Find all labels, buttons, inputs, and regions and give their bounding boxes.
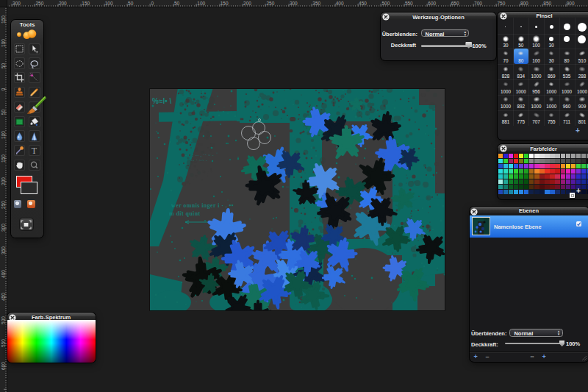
svg-text:- ~ : -- , ·· ~ -: - ~ : -- , ·· ~ - [185, 153, 214, 157]
svg-text:wer omnis inger i · . ••: wer omnis inger i · . •• [171, 202, 234, 209]
svg-text:%≈l• \: %≈l• \ [152, 97, 171, 105]
svg-text:T: T [32, 146, 37, 156]
svg-text:m dit quint: m dit quint [169, 210, 201, 217]
svg-text:-- · ~~ -: -- · ~~ - [191, 158, 207, 163]
